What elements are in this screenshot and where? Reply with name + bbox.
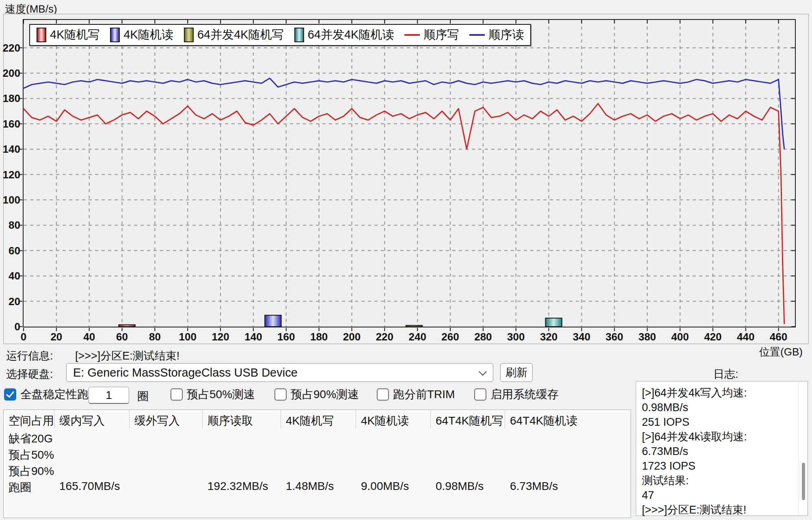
table-row-label: 跑圈 xyxy=(4,477,54,494)
table-cell xyxy=(130,429,203,445)
legend-item: 顺序写 xyxy=(404,27,459,43)
x-tick-label: 160 xyxy=(268,331,304,343)
table-cell xyxy=(505,429,631,445)
y-tick-label: 20 xyxy=(2,295,20,308)
table-cell xyxy=(281,429,356,445)
legend-line-swatch xyxy=(469,34,485,36)
option-label: 预占50%测速 xyxy=(187,387,255,402)
legend-line-swatch xyxy=(404,34,420,36)
x-tick-label: 220 xyxy=(366,331,403,343)
x-tick-label: 400 xyxy=(662,331,698,343)
table-cell xyxy=(54,445,130,461)
bar-series xyxy=(546,318,562,327)
table-cell: 0.98MB/s xyxy=(431,477,505,494)
table-header: 64T4K随机写 xyxy=(431,410,505,429)
table-cell xyxy=(356,461,431,477)
y-tick-label: 100 xyxy=(2,194,20,206)
x-tick-label: 340 xyxy=(563,331,600,343)
option-label: 预占90%测速 xyxy=(291,387,359,402)
x-axis-labels: 0204060801001201401601802002202402602803… xyxy=(24,331,795,345)
x-tick-label: 20 xyxy=(38,331,75,343)
run-info-label: 运行信息: xyxy=(6,349,53,363)
x-tick-label: 280 xyxy=(465,331,501,343)
x-tick-label: 320 xyxy=(531,331,567,343)
table-cell xyxy=(431,445,505,461)
log-line: 6.73MB/s xyxy=(642,444,802,459)
option-checkbox-group[interactable]: 启用系统缓存 xyxy=(474,387,559,402)
y-tick-label: 220 xyxy=(2,42,20,54)
log-panel: [>]64并发4k写入均速:0.98MB/s251 IOPS[>]64并发4k读… xyxy=(636,381,808,516)
option-stability-run[interactable]: 全盘稳定性跑 xyxy=(4,387,89,402)
table-cell xyxy=(505,445,631,461)
table-header: 缓外写入 xyxy=(130,410,203,429)
log-scrollbar[interactable] xyxy=(799,381,808,516)
y-tick-label: 200 xyxy=(2,67,20,79)
x-tick-label: 460 xyxy=(760,331,797,343)
table-cell xyxy=(54,429,130,445)
x-tick-label: 80 xyxy=(136,331,173,343)
bar-series xyxy=(119,325,135,327)
check-icon xyxy=(5,389,15,400)
table-cell xyxy=(356,445,431,461)
y-tick-label: 180 xyxy=(2,92,20,104)
legend-item: 4K随机写 xyxy=(37,27,99,43)
table-cell xyxy=(431,429,505,445)
log-line: [>>>]分区E:测试结束! xyxy=(642,503,802,517)
y-tick-label: 40 xyxy=(2,270,20,282)
legend-item: 64并发4K随机读 xyxy=(294,27,394,43)
log-line: 47 xyxy=(642,488,802,503)
run-info-value: [>>>]分区E:测试结束! xyxy=(75,349,179,363)
chart-canvas xyxy=(24,20,795,327)
log-scrollbar-thumb[interactable] xyxy=(802,463,805,500)
option-label: 跑分前TRIM xyxy=(393,387,455,402)
legend-label: 顺序写 xyxy=(423,27,459,43)
option-checkbox-group[interactable]: 预占90%测速 xyxy=(274,387,359,402)
table-cell xyxy=(281,445,356,461)
table-cell: 6.73MB/s xyxy=(505,477,631,494)
disk-select-combobox[interactable]: E: Generic MassStorageClass USB Device xyxy=(66,363,493,382)
y-axis-labels: 020406080100120140160180200220 xyxy=(4,20,22,328)
table-cell xyxy=(203,445,281,461)
x-tick-label: 180 xyxy=(301,331,337,343)
x-tick-label: 40 xyxy=(71,331,108,343)
table-cell xyxy=(203,429,281,445)
legend-bar-swatch xyxy=(184,28,194,42)
table-row-label: 预占50% xyxy=(4,445,54,461)
log-line: 0.98MB/s xyxy=(642,400,802,415)
x-tick-label: 420 xyxy=(695,331,731,343)
laps-unit-label: 圈 xyxy=(137,389,149,404)
checkbox-unchecked[interactable] xyxy=(474,388,486,401)
chevron-down-icon xyxy=(479,368,487,376)
table-cell: 165.70MB/s xyxy=(54,477,130,494)
legend-label: 4K随机写 xyxy=(50,27,99,43)
checkbox-unchecked[interactable] xyxy=(274,388,287,401)
option-checkbox-group[interactable]: 预占50%测速 xyxy=(171,387,255,402)
legend-bar-swatch xyxy=(110,28,120,42)
table-cell xyxy=(203,461,281,477)
checkbox-unchecked[interactable] xyxy=(171,388,183,401)
legend-label: 顺序读 xyxy=(488,27,524,43)
checkbox-checked[interactable] xyxy=(4,388,16,401)
table-cell xyxy=(356,429,431,445)
disk-select-label: 选择硬盘: xyxy=(6,367,53,381)
table-cell xyxy=(54,461,130,477)
option-label: 启用系统缓存 xyxy=(490,387,559,402)
line-series xyxy=(24,104,784,324)
log-line: 251 IOPS xyxy=(642,415,802,429)
legend-label: 4K随机读 xyxy=(123,27,173,43)
table-header: 缓内写入 xyxy=(54,410,130,429)
table-cell: 9.00MB/s xyxy=(356,477,431,494)
laps-input[interactable]: 1 xyxy=(89,387,129,404)
refresh-button[interactable]: 刷新 xyxy=(500,363,533,382)
legend-label: 64并发4K随机读 xyxy=(308,27,394,43)
log-content: [>]64并发4k写入均速:0.98MB/s251 IOPS[>]64并发4k读… xyxy=(636,381,808,520)
x-tick-label: 300 xyxy=(498,331,534,343)
legend-bar-swatch xyxy=(294,28,304,42)
option-label: 全盘稳定性跑 xyxy=(20,387,89,402)
checkbox-unchecked[interactable] xyxy=(377,388,389,401)
table-header: 4K随机读 xyxy=(356,410,431,429)
bar-series xyxy=(265,315,281,327)
x-tick-label: 100 xyxy=(169,331,206,343)
option-checkbox-group[interactable]: 跑分前TRIM xyxy=(377,387,455,402)
y-tick-label: 60 xyxy=(2,245,20,257)
